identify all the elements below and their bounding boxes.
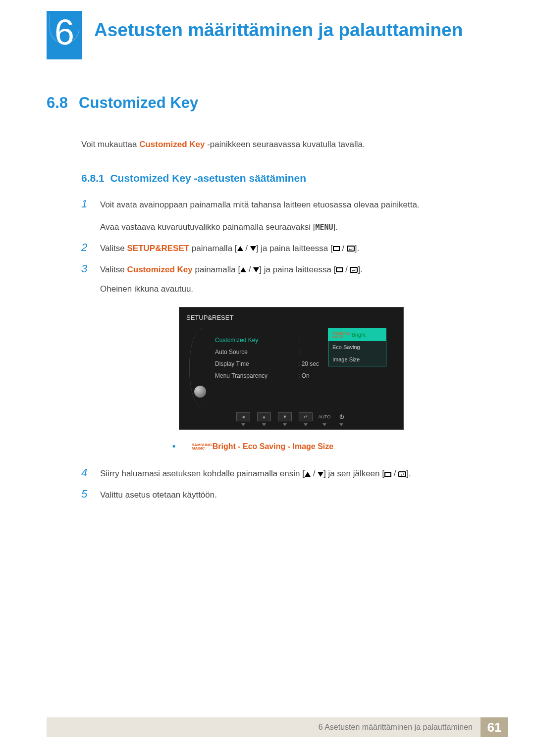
s3-b: painamalla [ bbox=[193, 265, 240, 274]
step: 3 Valitse Customized Key painamalla [ / … bbox=[81, 263, 482, 460]
opt-sep: - bbox=[285, 442, 292, 451]
s4-b: ] ja sen jälkeen [ bbox=[323, 469, 384, 478]
step1-line2: Avaa vastaava kuvaruutuvalikko painamall… bbox=[100, 220, 482, 235]
step-number: 2 bbox=[81, 242, 91, 256]
osd-submenu-item: Eco Saving bbox=[328, 341, 386, 353]
osd-ctrl-enter-icon: ↵ bbox=[299, 412, 313, 421]
select-icon bbox=[333, 246, 340, 251]
step-number: 4 bbox=[81, 467, 91, 481]
steps-list: 1 Voit avata avainoppaan painamalla mitä… bbox=[81, 198, 482, 503]
subsection-number: 6.8.1 bbox=[81, 172, 105, 184]
opt-sep: - bbox=[236, 442, 243, 451]
subsection-title: Customized Key -asetusten säätäminen bbox=[110, 172, 306, 184]
chapter-badge: 6 bbox=[47, 11, 82, 59]
magic-badge: SAMSUNGMAGIC bbox=[332, 332, 350, 339]
section-number: 6.8 bbox=[47, 94, 68, 112]
osd-ctrl-wrap: ▼ bbox=[278, 412, 292, 426]
osd-ctrl-wrap: ◄ bbox=[236, 412, 250, 426]
osd-controls-row: ◄ ▲ ▼ ↵ AUTO ⏻ bbox=[179, 412, 403, 426]
osd-menu-item-selected: Customized Key bbox=[215, 334, 294, 346]
s3-a: Valitse bbox=[100, 265, 127, 274]
step1-line2a: Avaa vastaava kuvaruutuvalikko painamall… bbox=[100, 222, 315, 232]
osd-ctrl-wrap: ⏻ bbox=[336, 412, 346, 426]
down-icon bbox=[318, 472, 323, 477]
step-body: Valitse Customized Key painamalla [ / ] … bbox=[100, 263, 482, 460]
step1-line2b: ]. bbox=[333, 222, 338, 232]
osd-ctrl-left-icon: ◄ bbox=[236, 412, 250, 421]
step-body: Voit avata avainoppaan painamalla mitä t… bbox=[100, 198, 482, 235]
magic-bottom: MAGIC bbox=[192, 446, 205, 451]
osd-value: : On bbox=[298, 370, 319, 382]
subsection-heading: 6.8.1 Customized Key -asetusten säätämin… bbox=[81, 172, 482, 184]
section-title: Customized Key bbox=[79, 94, 198, 112]
osd-values: : : : 20 sec : On bbox=[298, 334, 319, 382]
osd-menu-item: Menu Transparency bbox=[215, 370, 294, 382]
osd-submenu-item-active: SAMSUNGMAGIC Bright bbox=[328, 329, 386, 341]
select-icon bbox=[336, 267, 343, 272]
s2-a: Valitse bbox=[100, 244, 127, 253]
select-icon bbox=[384, 472, 391, 477]
osd-value-sep: : bbox=[298, 334, 319, 346]
down-icon bbox=[250, 246, 256, 251]
step-body: Valittu asetus otetaan käyttöön. bbox=[100, 488, 482, 503]
s2-d: ]. bbox=[355, 244, 359, 253]
options-row: • SAMSUNGMAGICBright - Eco Saving - Imag… bbox=[172, 439, 333, 454]
up-icon bbox=[240, 267, 246, 272]
page-number: 61 bbox=[481, 717, 508, 737]
step-body: Siirry haluamasi asetuksen kohdalle pain… bbox=[100, 467, 482, 481]
s3-d: ]. bbox=[358, 265, 362, 274]
osd-ctrl-wrap: ↵ bbox=[299, 412, 313, 426]
menu-button-label: MENU bbox=[315, 221, 333, 234]
s4-a: Siirry haluamasi asetuksen kohdalle pain… bbox=[100, 469, 305, 478]
page-footer: 6 Asetusten määrittäminen ja palauttamin… bbox=[47, 717, 508, 737]
osd-arrow-icon bbox=[339, 423, 343, 426]
step-body: Valitse SETUP&RESET painamalla [ / ] ja … bbox=[100, 242, 482, 256]
osd-value-text: 20 sec bbox=[302, 360, 319, 367]
opt-bright: Bright bbox=[213, 442, 236, 451]
osd-value-sep: : bbox=[298, 346, 319, 358]
step1-line1: Voit avata avainoppaan painamalla mitä t… bbox=[100, 198, 482, 212]
step: 1 Voit avata avainoppaan painamalla mitä… bbox=[81, 198, 482, 235]
opt-size: Image Size bbox=[292, 442, 333, 451]
down-icon bbox=[253, 267, 259, 272]
options-line: • SAMSUNGMAGICBright - Eco Saving - Imag… bbox=[172, 439, 482, 454]
intro-before: Voit mukauttaa bbox=[81, 140, 139, 149]
magic-bottom: MAGIC bbox=[332, 335, 344, 339]
osd-window: SETUP&RESET Customized Key Auto Source D… bbox=[179, 307, 404, 430]
step-number: 5 bbox=[81, 488, 91, 503]
enter-icon bbox=[347, 246, 355, 252]
enter-icon bbox=[350, 267, 358, 273]
s2-bold: SETUP&RESET bbox=[127, 244, 190, 253]
s2-b: painamalla [ bbox=[189, 244, 237, 253]
osd-ctrl-up-icon: ▲ bbox=[257, 412, 271, 421]
intro-after: -painikkeen seuraavassa kuvatulla tavall… bbox=[205, 140, 365, 149]
osd-ctrl-auto: AUTO bbox=[320, 412, 329, 421]
osd-arrow-icon bbox=[262, 423, 266, 426]
step: 2 Valitse SETUP&RESET painamalla [ / ] j… bbox=[81, 242, 482, 256]
s3-bold: Customized Key bbox=[127, 265, 193, 274]
osd-arrow-icon bbox=[304, 423, 308, 426]
osd-ctrl-wrap: AUTO bbox=[320, 412, 329, 426]
osd-menu-item: Display Time bbox=[215, 358, 294, 370]
osd-title: SETUP&RESET bbox=[179, 307, 403, 329]
step-number: 3 bbox=[81, 263, 91, 460]
s3-e: Oheinen ikkuna avautuu. bbox=[100, 282, 482, 297]
magic-badge: SAMSUNGMAGIC bbox=[192, 444, 212, 451]
osd-opt1-suffix: Bright bbox=[350, 332, 366, 338]
footer-text: 6 Asetusten määrittäminen ja palauttamin… bbox=[47, 717, 481, 737]
osd-value-text: On bbox=[302, 372, 310, 379]
osd-value: : 20 sec bbox=[298, 358, 319, 370]
intro-bold: Customized Key bbox=[139, 140, 205, 149]
step: 5 Valittu asetus otetaan käyttöön. bbox=[81, 488, 482, 503]
osd-submenu: SAMSUNGMAGIC Bright Eco Saving Image Siz… bbox=[328, 328, 386, 366]
osd-ctrl-power-icon: ⏻ bbox=[336, 412, 346, 421]
s4-c: ]. bbox=[406, 469, 411, 478]
bullet-icon: • bbox=[172, 441, 175, 451]
up-icon bbox=[305, 472, 311, 477]
s2-c: ] ja paina laitteessa [ bbox=[256, 244, 333, 253]
step: 4 Siirry haluamasi asetuksen kohdalle pa… bbox=[81, 467, 482, 481]
section-heading: 6.8 Customized Key bbox=[47, 94, 482, 112]
osd-submenu-item: Image Size bbox=[328, 353, 386, 366]
s3-c: ] ja paina laitteessa [ bbox=[259, 265, 336, 274]
enter-icon bbox=[398, 471, 406, 477]
